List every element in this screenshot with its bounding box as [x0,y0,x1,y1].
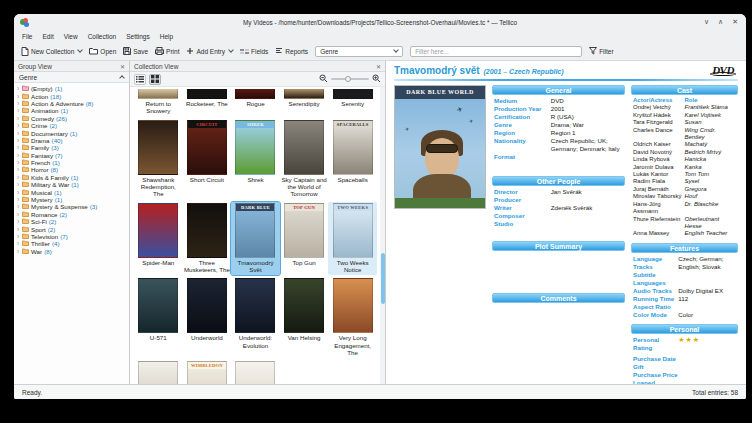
maximize-icon[interactable]: ∧ [718,18,723,26]
movie-item[interactable]: Return to Snowery [134,88,183,117]
toolbar: New CollectionOpenSavePrintAdd EntryFiel… [14,42,746,60]
group-item[interactable]: ›French(1) [14,159,129,166]
group-item[interactable]: ›Mystery & Suspense(3) [14,203,129,210]
group-field-select[interactable]: Genre [315,46,403,57]
entry-poster[interactable]: DARK BLUE WORLD ✈ ✈ ✈ [394,85,486,209]
movie-poster: SHREK [235,120,275,175]
movie-item[interactable]: Rogue [231,88,280,117]
entry-title: Tmavomodrý svět [394,65,480,76]
group-item[interactable]: ›Thriller(4) [14,240,129,247]
movie-item[interactable]: TOP GUNTop Gun [280,202,329,276]
movie-item[interactable]: WIMBLEDONWimbledon [183,360,232,384]
reports-button[interactable]: Reports [275,47,308,55]
movie-title: Serendipity [289,100,320,107]
field-row: WriterZdeněk Svěrák [492,204,625,212]
movie-item[interactable]: SHREKShrek [231,119,280,200]
zoom-slider[interactable] [331,78,369,80]
folder-icon [22,181,31,188]
close-icon[interactable]: ✕ [120,63,125,70]
filter-button[interactable]: Filter [589,47,613,55]
movie-item[interactable]: Three Musketeers, The [183,202,232,276]
movie-item[interactable]: Serendipity [280,88,329,117]
zoom-slider-handle[interactable] [345,76,351,82]
menu-edit[interactable]: Edit [42,33,53,40]
menu-view[interactable]: View [64,33,78,40]
icon-view-button[interactable] [149,74,161,85]
collection-toolbar [130,72,385,87]
add-entry-button[interactable]: Add Entry [186,47,233,55]
group-item[interactable]: ›Action & Adventure(8) [14,100,129,107]
movie-title: Serenity [341,100,364,107]
movie-item[interactable]: SPACEBALLSSpaceballs [328,119,377,200]
folder-icon [22,218,31,225]
menu-file[interactable]: File [22,33,32,40]
tellico-window: My Videos - /home/hunter/Downloads/Proje… [14,14,746,399]
group-item[interactable]: ›Crime(2) [14,122,129,129]
movie-item[interactable]: U-571 [134,277,183,358]
group-item[interactable]: ›Animation(1) [14,107,129,114]
group-item[interactable]: ›(Empty)(1) [14,85,129,92]
movie-item[interactable]: Rocketeer, The [183,88,232,117]
field-row: Composer [492,212,625,220]
cast-row: Tara FitzgeraldSusan [631,119,738,126]
movie-poster: SPACEBALLS [333,120,373,175]
scrollbar-thumb[interactable] [381,253,385,303]
movie-title: Rogue [246,100,264,107]
print-button[interactable]: Print [155,47,179,55]
movie-item[interactable]: Underworld: Evolution [231,277,280,358]
group-item[interactable]: ›Mystery(1) [14,196,129,203]
zoom-in-icon[interactable] [372,74,381,84]
movie-item[interactable]: Sky Captain and the World of Tomorrow [280,119,329,200]
group-item[interactable]: ›Musical(1) [14,188,129,195]
group-item[interactable]: ›Family(3) [14,144,129,151]
fields-button[interactable]: Fields [240,48,268,55]
titlebar[interactable]: My Videos - /home/hunter/Downloads/Proje… [14,14,746,30]
group-item[interactable]: ›Romance(2) [14,211,129,218]
save-button[interactable]: Save [123,47,148,55]
new-collection-button[interactable]: New Collection [21,47,82,56]
group-item[interactable]: ›Action(18) [14,92,129,99]
movie-item[interactable]: CIRCUITShort Circuit [183,119,232,200]
group-item[interactable]: ›Sci-Fi(2) [14,218,129,225]
printer-icon [155,47,164,55]
group-item[interactable]: ›Television(7) [14,233,129,240]
movie-item[interactable]: Van Helsing [280,277,329,358]
group-item[interactable]: ›Fantasy(7) [14,152,129,159]
group-item[interactable]: ›Drama(40) [14,137,129,144]
open-button[interactable]: Open [89,47,116,55]
movie-poster [333,278,373,333]
vertical-scrollbar[interactable] [380,87,385,384]
movie-poster [138,361,178,384]
movie-item[interactable]: DARK BLUE WORLDTmavomodrý Svět [231,202,280,276]
group-by-selector[interactable]: Genre [14,72,129,83]
group-item[interactable]: ›Kids & Family(1) [14,174,129,181]
movie-item[interactable]: You've Got Mail [231,360,280,384]
list-view-button[interactable] [134,74,146,85]
movie-title: Very Long Engagement, The [329,334,376,356]
movie-title: Top Gun [292,259,315,266]
group-item[interactable]: ›Sport(2) [14,225,129,232]
menu-help[interactable]: Help [160,33,173,40]
group-item[interactable]: ›Military & War(1) [14,181,129,188]
close-icon[interactable]: ✕ [376,63,381,70]
menu-settings[interactable]: Settings [126,33,150,40]
minimize-icon[interactable]: ∨ [704,18,709,26]
close-icon[interactable]: ✕ [732,18,738,26]
movie-item[interactable]: While You Were Sleeping [134,360,183,384]
cast-row: Jaromír DulavaKanka [631,164,738,171]
group-item[interactable]: ›Documentary(1) [14,129,129,136]
folder-icon [22,226,31,233]
movie-item[interactable]: TWO WEEKS NOTICETwo Weeks Notice [328,202,377,276]
group-item[interactable]: ›War(8) [14,248,129,255]
movie-item[interactable]: Shawshank Redemption, The [134,119,183,200]
movie-item[interactable]: Spider-Man [134,202,183,276]
movie-item[interactable]: Very Long Engagement, The [328,277,377,358]
menu-collection[interactable]: Collection [88,33,117,40]
movie-item[interactable]: Serenity [328,88,377,117]
zoom-out-icon[interactable] [319,74,328,84]
cast-row: Charles DanceWing Cmdr. Bentley [631,127,738,142]
filter-input[interactable] [410,46,582,57]
group-item[interactable]: ›Horror(8) [14,166,129,173]
group-item[interactable]: ›Comedy(26) [14,115,129,122]
movie-item[interactable]: Underworld [183,277,232,358]
